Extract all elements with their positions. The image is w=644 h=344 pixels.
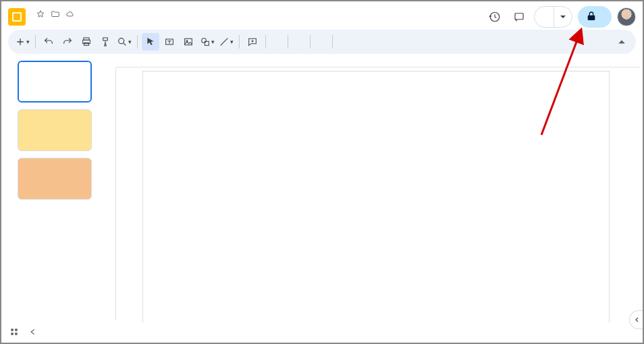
select-tool[interactable] [142,33,159,51]
chevron-down-icon: ▾ [230,38,234,45]
explore-button[interactable] [28,327,38,339]
ruler-vertical [101,67,116,320]
svg-rect-6 [185,38,192,45]
svg-rect-10 [11,328,14,331]
svg-point-8 [202,38,207,43]
svg-rect-12 [11,333,14,335]
menu-bar [31,20,485,25]
filmstrip[interactable] [1,57,101,322]
slides-logo[interactable] [8,8,26,26]
svg-rect-13 [15,333,18,335]
undo-button[interactable] [40,33,57,51]
thumb-number [7,158,18,159]
slideshow-dropdown[interactable] [554,7,572,27]
grid-view-button[interactable] [9,327,19,339]
present-comment-icon[interactable] [510,7,529,26]
svg-rect-0 [515,13,523,20]
user-avatar[interactable] [617,7,636,26]
menu-help[interactable] [161,20,170,22]
star-icon[interactable] [35,9,46,20]
svg-rect-3 [84,42,89,45]
slideshow-button-group [534,6,572,28]
chevron-down-icon: ▾ [211,38,215,45]
line-tool[interactable]: ▾ [217,33,235,51]
new-slide-button[interactable]: ▾ [14,33,31,51]
zoom-button[interactable]: ▾ [115,33,133,51]
ruler-horizontal [116,57,640,67]
menu-insert[interactable] [96,20,105,22]
chevron-down-icon: ▾ [128,38,132,45]
print-button[interactable] [78,33,95,51]
side-panel-toggle[interactable] [629,310,644,329]
comment-tool[interactable] [244,33,261,51]
lock-icon [586,11,597,24]
menu-extensions[interactable] [150,20,159,22]
menu-edit[interactable] [74,20,84,22]
history-icon[interactable] [485,7,504,26]
thumb-number [7,61,18,62]
svg-point-4 [119,38,124,44]
menu-slide[interactable] [117,20,127,22]
slide-thumbnail-2[interactable] [18,109,92,151]
chevron-down-icon: ▾ [26,38,30,45]
slide-canvas[interactable] [143,71,609,322]
shape-tool[interactable]: ▾ [198,33,216,51]
move-to-folder-icon[interactable] [50,9,61,20]
paint-format-button[interactable] [97,33,114,51]
menu-file[interactable] [63,20,73,22]
textbox-tool[interactable] [161,33,178,51]
share-button[interactable] [578,6,612,28]
menu-format[interactable] [107,20,116,22]
thumb-number [7,109,18,111]
svg-rect-11 [15,328,18,331]
menu-view[interactable] [85,20,95,22]
slideshow-button[interactable] [535,7,554,27]
menu-tools[interactable] [139,20,149,22]
toolbar: ▾ ▾ ▾ ▾ [8,30,636,54]
menu-arrange[interactable] [128,20,138,22]
image-tool[interactable] [180,33,197,51]
redo-button[interactable] [59,33,76,51]
cloud-status-icon[interactable] [65,9,76,20]
collapse-toolbar-button[interactable] [613,33,630,51]
slide-thumbnail-1[interactable] [18,61,92,103]
slide-thumbnail-3[interactable] [18,158,92,200]
